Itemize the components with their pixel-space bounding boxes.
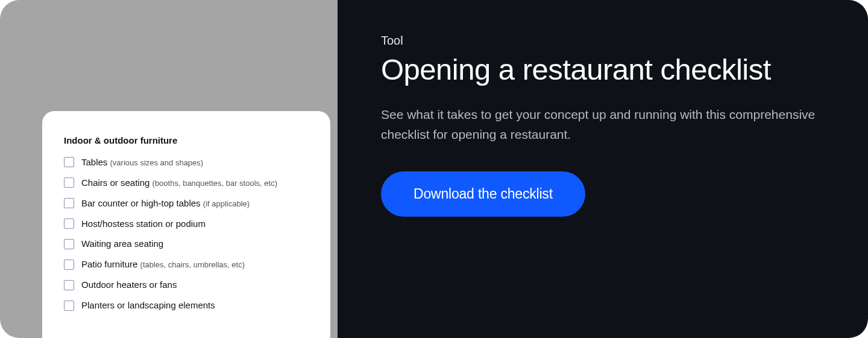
checkbox-icon[interactable]: [64, 157, 74, 167]
right-panel: Tool Opening a restaurant checklist See …: [338, 0, 868, 338]
checklist-item-label: Patio furniture (tables, chairs, umbrell…: [81, 258, 245, 270]
checkbox-icon[interactable]: [64, 177, 74, 188]
checklist-item-label: Tables (various sizes and shapes): [81, 156, 203, 168]
checklist-items: Tables (various sizes and shapes) Chairs…: [64, 156, 309, 311]
eyebrow-label: Tool: [381, 34, 825, 48]
description-text: See what it takes to get your concept up…: [381, 104, 825, 145]
list-item: Patio furniture (tables, chairs, umbrell…: [64, 258, 309, 270]
checklist-item-label: Planters or landscaping elements: [81, 299, 215, 311]
checklist-item-label: Outdoor heaters or fans: [81, 279, 177, 291]
list-item: Bar counter or high-top tables (if appli…: [64, 197, 309, 209]
list-item: Waiting area seating: [64, 238, 309, 250]
checkbox-icon[interactable]: [64, 301, 74, 311]
checklist-item-label: Waiting area seating: [81, 238, 163, 250]
list-item: Host/hostess station or podium: [64, 218, 309, 230]
checklist-title: Indoor & outdoor furniture: [64, 135, 309, 145]
checkbox-icon[interactable]: [64, 280, 74, 290]
checkbox-icon[interactable]: [64, 239, 74, 249]
checkbox-icon[interactable]: [64, 198, 74, 208]
list-item: Chairs or seating (booths, banquettes, b…: [64, 177, 309, 189]
left-panel: Indoor & outdoor furniture Tables (vario…: [0, 0, 338, 338]
list-item: Tables (various sizes and shapes): [64, 156, 309, 168]
checkbox-icon[interactable]: [64, 260, 74, 270]
list-item: Planters or landscaping elements: [64, 299, 309, 311]
checkbox-icon[interactable]: [64, 218, 74, 229]
checklist-card: Indoor & outdoor furniture Tables (vario…: [42, 111, 330, 338]
list-item: Outdoor heaters or fans: [64, 279, 309, 291]
checklist-item-label: Bar counter or high-top tables (if appli…: [81, 197, 250, 209]
page-title: Opening a restaurant checklist: [381, 53, 825, 88]
download-checklist-button[interactable]: Download the checklist: [381, 171, 585, 217]
checklist-item-label: Chairs or seating (booths, banquettes, b…: [81, 177, 277, 189]
promo-card: Indoor & outdoor furniture Tables (vario…: [0, 0, 868, 338]
checklist-item-label: Host/hostess station or podium: [81, 218, 206, 230]
